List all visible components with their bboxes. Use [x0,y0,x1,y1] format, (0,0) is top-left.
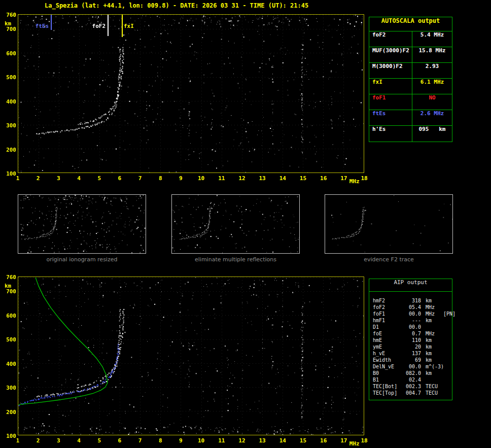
aip-param-value: --- [401,318,421,324]
thumbnail-eliminate-reflections [171,194,300,254]
aip-param-extra [443,337,452,344]
aip-param-label: hmF1 [369,318,401,324]
table-row: fxI 6.1 MHz [369,79,452,94]
table-row: hmF1 --- km [369,318,452,324]
aip-param-unit: km [421,337,443,344]
aip-param-unit [421,324,443,331]
thumbnail-f2-trace-canvas [325,195,452,253]
x-axis-tick-label: 7 [133,437,147,444]
aip-param-label: DelN_vE [369,364,401,370]
aip-param-value: 05.4 [401,304,421,311]
x-axis-tick-label: 11 [215,175,228,182]
y-axis-unit-label: km [5,283,19,289]
aip-param-value: 02.4 [401,377,421,384]
aip-param-extra [443,324,452,331]
aip-param-unit: km [421,351,443,357]
x-axis-tick-label: 6 [113,437,126,444]
x-axis-tick-label: 6 [113,175,126,182]
aip-param-unit: MHz [421,331,443,337]
profile-ionogram-plot [18,277,364,435]
x-axis-tick-label: 13 [256,175,269,182]
aip-param-unit: km [421,318,443,324]
aip-param-value: 318 [401,298,421,304]
aip-param-unit: MHz [421,304,443,311]
aip-param-extra: [PN] [443,311,455,318]
autoscala-param-value: 5.4 MHz [412,31,452,47]
autoscala-table-title: AUTOSCALA output [369,17,452,31]
aip-param-label: hmE [369,337,401,344]
y-axis-tick-label: 500 [2,74,16,81]
autoscala-param-label: ftEs [369,110,412,125]
x-axis-tick-label: 14 [276,175,289,182]
table-row: ftEs 2.6 MHz [369,110,452,126]
aip-param-label: Ewidth [369,357,401,364]
autoscala-param-label: h'Es [369,126,412,142]
aip-output-table: AIP output hmF2 318 km foF2 05.4 MHz foF… [369,279,452,400]
aip-param-extra [443,344,452,351]
table-row: h_vE 137 km [369,351,452,357]
table-row: foF2 5.4 MHz [369,31,452,47]
x-axis-tick-label: 4 [73,175,86,182]
x-axis-tick-label: 17 [337,437,350,444]
autoscala-output-table: AUTOSCALA output foF2 5.4 MHz MUF(3000)F… [369,17,452,142]
table-row: TEC[Top] 004.7 TECU [369,390,452,397]
y-axis-unit-label: km [5,20,19,27]
aip-param-unit: km [421,344,443,351]
x-axis-unit-label: MHz [349,440,368,447]
y-axis-tick-label: 760 [2,274,16,281]
aip-param-value: 20 [401,344,421,351]
aip-param-unit: km [421,357,443,364]
thumbnail-original-ionogram [18,194,146,254]
x-axis-tick-label: 3 [52,437,65,444]
thumbnail-eliminate-reflections-canvas [172,195,299,253]
aip-param-extra [443,298,452,304]
autoscala-param-label: foF1 [369,94,412,110]
x-axis-tick-label: 5 [93,175,106,182]
table-row: D1 00.0 [369,324,452,331]
y-axis-tick-label: 400 [2,361,16,367]
aip-param-extra [443,370,452,377]
aip-param-extra [443,390,452,397]
thumbnail-caption-original: original ionogram resized [18,256,146,263]
x-axis-tick-label: 15 [296,175,309,182]
aip-param-extra [443,377,452,384]
y-axis-tick-label: 500 [2,336,16,343]
autoscala-param-value: 15.8 MHz [412,47,452,62]
x-axis-tick-label: 7 [133,175,147,182]
aip-param-unit: TECU [421,390,443,397]
thumbnail-caption-eliminate: eliminate multiple reflections [171,256,300,263]
aip-param-value: 004.7 [401,390,421,397]
autoscala-param-label: M(3000)F2 [369,63,412,78]
aip-param-value: 00.0 [401,311,421,318]
x-axis-tick-label: 13 [256,437,269,444]
aip-param-label: TEC[Bot] [369,384,401,390]
table-row: TEC[Bot] 002.3 TECU [369,384,452,390]
aip-param-label: B1 [369,377,401,384]
y-axis-tick-label: 600 [2,313,16,319]
aip-param-extra [443,318,452,324]
aip-param-unit: m^(-3) [421,364,444,370]
aip-param-unit: MHz [421,311,443,318]
aip-table-title: AIP output [369,279,452,292]
table-row: M(3000)F2 2.93 [369,63,452,79]
aip-param-extra [443,304,452,311]
x-axis-tick-label: 4 [73,437,86,444]
x-axis-tick-label: 10 [195,175,208,182]
thumbnail-f2-trace [325,194,453,254]
aip-param-value: 082.0 [401,370,421,377]
table-row: ymE 20 km [369,344,452,351]
aip-param-label: foF2 [369,304,401,311]
station-date-title: La_Spezia (lat: +44.1, lon: 009.8) - DAT… [45,2,308,9]
aip-param-unit: km [421,370,443,377]
autoscala-param-value: 2.6 MHz [412,110,452,125]
aip-param-value: 110 [401,337,421,344]
profile-ionogram-canvas [18,277,364,435]
autoscala-param-label: fxI [369,79,412,94]
x-axis-tick-label: 12 [235,175,249,182]
aip-param-value: 002.3 [401,384,421,390]
table-row: B0 082.0 km [369,370,452,377]
y-axis-tick-label: 600 [2,50,16,57]
x-axis-tick-label: 8 [154,175,167,182]
x-axis-tick-label: 9 [174,175,187,182]
autoscala-param-value: 095 km [412,126,452,142]
